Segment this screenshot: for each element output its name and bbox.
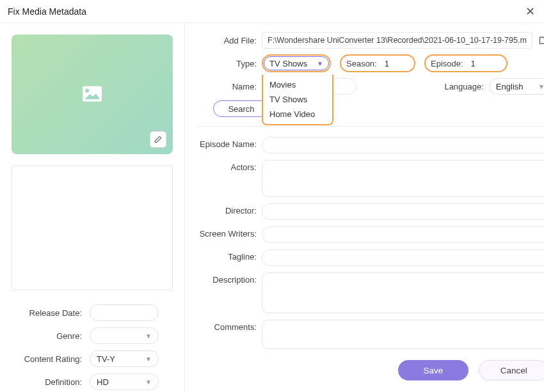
footer-buttons: Save Cancel — [398, 360, 544, 380]
secondary-preview-panel — [12, 166, 173, 290]
type-option-tv-shows[interactable]: TV Shows — [263, 92, 332, 107]
content-rating-select[interactable]: TV-Y▼ — [90, 350, 159, 367]
comments-label: Comments: — [198, 320, 262, 332]
pencil-icon — [154, 135, 163, 144]
release-date-label: Release Date: — [12, 308, 90, 318]
description-label: Description: — [198, 272, 262, 285]
language-select[interactable]: English▼ — [489, 78, 544, 95]
season-field[interactable]: Season: 1 — [340, 54, 415, 72]
genre-select[interactable]: ▼ — [90, 327, 159, 344]
episode-name-label: Episode Name: — [198, 137, 262, 149]
actors-label: Actors: — [198, 160, 262, 172]
name-label: Name: — [198, 82, 262, 91]
folder-icon — [538, 34, 544, 47]
section-divider — [198, 126, 544, 127]
details-form: Episode Name: Actors: Director: Screen W… — [198, 137, 544, 349]
comments-input[interactable] — [262, 320, 544, 349]
genre-label: Genre: — [12, 331, 90, 341]
episode-value: 1 — [467, 59, 497, 68]
type-option-home-video[interactable]: Home Video — [263, 107, 332, 122]
type-select[interactable]: TV Shows ▼ — [264, 56, 329, 70]
edit-thumbnail-button[interactable] — [150, 131, 166, 148]
chevron-down-icon: ▼ — [317, 60, 323, 67]
browse-folder-button[interactable] — [538, 34, 544, 47]
language-label: Language: — [444, 82, 488, 91]
season-label: Season: — [346, 59, 377, 68]
type-select-wrapper: TV Shows ▼ Movies TV Shows Home Video — [262, 54, 331, 72]
type-label: Type: — [198, 59, 262, 68]
chevron-down-icon: ▼ — [538, 83, 544, 90]
save-button[interactable]: Save — [398, 360, 468, 380]
screen-writers-input[interactable] — [262, 226, 544, 243]
screen-writers-label: Screen Writers: — [198, 226, 262, 239]
chevron-down-icon: ▼ — [145, 379, 152, 386]
type-option-movies[interactable]: Movies — [263, 77, 332, 92]
left-meta-form: Release Date: Genre: ▼ Content Rating: T… — [12, 304, 173, 390]
actors-input[interactable] — [262, 160, 544, 197]
content-rating-label: Content Rating: — [12, 354, 90, 364]
episode-name-input[interactable] — [262, 137, 544, 153]
media-thumbnail — [12, 35, 173, 154]
window-title: Fix Media Metadata — [8, 6, 524, 17]
close-icon[interactable]: ✕ — [524, 5, 536, 18]
definition-label: Definition: — [12, 377, 90, 387]
season-value: 1 — [381, 59, 409, 68]
left-panel: Release Date: Genre: ▼ Content Rating: T… — [0, 23, 185, 392]
image-placeholder-icon — [83, 86, 102, 101]
add-file-path: F:\Wondershare UniConverter 13\Recorded\… — [262, 32, 532, 49]
cancel-button[interactable]: Cancel — [479, 360, 544, 380]
type-dropdown: Movies TV Shows Home Video — [262, 75, 333, 125]
director-label: Director: — [198, 203, 262, 216]
right-panel: Add File: F:\Wondershare UniConverter 13… — [185, 23, 544, 392]
chevron-down-icon: ▼ — [145, 356, 152, 363]
chevron-down-icon: ▼ — [145, 333, 152, 340]
search-button[interactable]: Search — [213, 100, 269, 117]
description-input[interactable] — [262, 272, 544, 313]
add-file-label: Add File: — [198, 36, 262, 45]
titlebar: Fix Media Metadata ✕ — [0, 0, 544, 23]
definition-select[interactable]: HD▼ — [90, 373, 159, 390]
episode-label: Episode: — [431, 59, 463, 68]
release-date-input[interactable] — [90, 304, 159, 321]
director-input[interactable] — [262, 203, 544, 220]
tagline-input[interactable] — [262, 249, 544, 266]
tagline-label: Tagline: — [198, 249, 262, 262]
episode-field[interactable]: Episode: 1 — [424, 54, 508, 72]
